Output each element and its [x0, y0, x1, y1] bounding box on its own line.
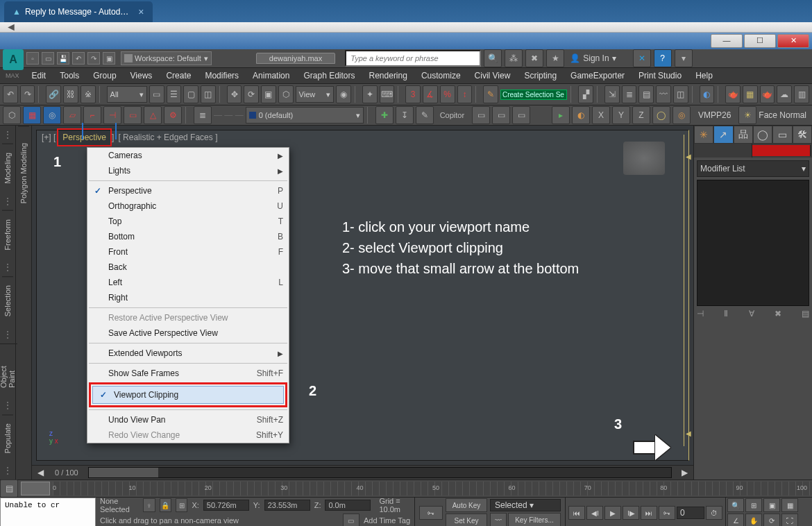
menu-game-exporter[interactable]: GameExporter: [564, 69, 632, 83]
maximize-button[interactable]: ☐: [744, 34, 776, 48]
axis-z-button[interactable]: Z: [632, 106, 650, 124]
ctx-right[interactable]: Right: [87, 290, 289, 305]
select-region-icon[interactable]: ▢: [183, 85, 198, 103]
texture-icon[interactable]: ◐: [572, 106, 590, 124]
snap-pivot-icon[interactable]: ◎: [43, 106, 61, 124]
viewport-plus-menu[interactable]: [+] [: [42, 133, 56, 142]
object-color-swatch[interactable]: [752, 145, 811, 156]
menu-scripting[interactable]: Scripting: [517, 69, 564, 83]
snap-vertex-icon[interactable]: ▱: [63, 106, 81, 124]
snap-edge-icon[interactable]: ▭: [124, 106, 142, 124]
menu-group[interactable]: Group: [86, 69, 123, 83]
menu-civil-view[interactable]: Civil View: [468, 69, 518, 83]
track-scrollbar[interactable]: [88, 467, 672, 478]
hierarchy-tab-icon[interactable]: 品: [734, 126, 753, 144]
schematic-view-icon[interactable]: ◫: [673, 85, 688, 103]
absolute-relative-icon[interactable]: ⊞: [176, 498, 187, 512]
drag-handle-icon[interactable]: ⋮: [3, 330, 12, 339]
select-layer-icon[interactable]: ↧: [396, 106, 414, 124]
maxscript-mini-listener[interactable]: Unable to cr: [0, 498, 96, 526]
make-unique-icon[interactable]: ∀: [749, 309, 754, 319]
render-setup-icon[interactable]: 🫖: [725, 85, 741, 103]
mirror-icon[interactable]: ▞: [578, 85, 593, 103]
sun-icon[interactable]: ☀: [738, 106, 756, 124]
layers-icon[interactable]: ≣: [622, 85, 637, 103]
maximize-viewport-icon[interactable]: ⛶: [781, 514, 798, 526]
ctx-perspective[interactable]: PerspectiveP: [87, 183, 289, 198]
render-gallery-icon[interactable]: ▥: [794, 85, 809, 103]
open-icon[interactable]: ▭: [42, 52, 54, 65]
drag-handle-icon[interactable]: ⋮: [3, 262, 12, 272]
angle-snap-icon[interactable]: ∡: [423, 85, 438, 103]
key-filter-selection-dropdown[interactable]: Selected ▾: [490, 499, 561, 511]
new-icon[interactable]: ▫: [26, 52, 39, 65]
modifier-list-dropdown[interactable]: Modifier List ▾: [697, 160, 809, 177]
zoom-extents-icon[interactable]: ▣: [763, 498, 780, 512]
axis-x-button[interactable]: X: [592, 106, 610, 124]
render-in-cloud-icon[interactable]: ☁: [777, 85, 792, 103]
pivot-icon[interactable]: ◉: [336, 85, 351, 103]
close-button[interactable]: ✕: [777, 34, 809, 48]
viewcube[interactable]: [623, 142, 665, 175]
pin-stack-icon[interactable]: ⊣: [697, 309, 704, 319]
menu-graph-editors[interactable]: Graph Editors: [296, 69, 362, 83]
fov-icon[interactable]: ∠: [727, 514, 744, 526]
z-coord-input[interactable]: 0.0m: [325, 500, 371, 511]
ctx-viewport-clipping[interactable]: Viewport Clipping: [92, 386, 284, 404]
ctx-lights[interactable]: Lights: [87, 163, 289, 178]
menu-views[interactable]: Views: [124, 69, 160, 83]
snap-endpoint-icon[interactable]: ⌐: [83, 106, 101, 124]
minimize-button[interactable]: —: [711, 34, 743, 48]
time-config-icon[interactable]: ⏱: [706, 506, 722, 520]
document-tab[interactable]: dewaniyah.max: [256, 53, 335, 64]
clip-far-handle[interactable]: [683, 153, 690, 158]
keyboard-shortcut-icon[interactable]: ⌨: [380, 85, 395, 103]
zoom-icon[interactable]: 🔍: [727, 498, 744, 512]
modify-tab-icon[interactable]: ↗: [713, 126, 733, 144]
set-key-toggle[interactable]: Set Key: [446, 514, 487, 526]
tab-object-paint[interactable]: Object Paint: [0, 343, 17, 396]
pan-icon[interactable]: ✋: [745, 514, 762, 526]
percent-snap-icon[interactable]: %: [440, 85, 455, 103]
menu-tools[interactable]: Tools: [53, 69, 86, 83]
y-coord-input[interactable]: 23.553m: [264, 500, 310, 511]
menu-animation[interactable]: Animation: [246, 69, 296, 83]
toggle-ribbon-icon[interactable]: ▤: [638, 85, 654, 103]
scrollbar-thumb[interactable]: [89, 468, 158, 477]
infocenter-search-input[interactable]: [345, 50, 481, 67]
circle-icon[interactable]: ◯: [652, 106, 670, 124]
clip-near-handle[interactable]: [683, 430, 690, 435]
menu-rendering[interactable]: Rendering: [362, 69, 414, 83]
material-editor-icon[interactable]: ◐: [700, 85, 715, 103]
favorite-icon[interactable]: ★: [546, 49, 564, 67]
viewport-shading-button[interactable]: [ Realistic + Edged Faces ]: [118, 133, 217, 142]
named-selection-set-input[interactable]: Create Selection Se: [500, 90, 567, 100]
snap-options-icon[interactable]: ⚙: [164, 106, 182, 124]
curve-editor-icon[interactable]: 〰: [656, 85, 671, 103]
help-button[interactable]: ?: [654, 49, 672, 67]
zoom-extents-all-icon[interactable]: ▦: [781, 498, 798, 512]
prev-frame-icon[interactable]: ◀Ⅰ: [586, 506, 603, 520]
time-tag-label[interactable]: Add Time Tag: [364, 516, 410, 525]
align-icon[interactable]: ⇲: [604, 85, 620, 103]
goto-start-icon[interactable]: ⏮: [568, 506, 585, 520]
undo-icon[interactable]: ↶: [3, 85, 18, 103]
ctx-undo-view[interactable]: Undo View PanShift+Z: [87, 412, 289, 427]
move-icon[interactable]: ✥: [227, 85, 242, 103]
menu-help[interactable]: Help: [688, 69, 720, 83]
lock-selection-icon[interactable]: 🔒: [160, 498, 171, 512]
back-icon[interactable]: ◄: [6, 21, 17, 33]
add-to-layer-icon[interactable]: ✚: [375, 106, 394, 124]
copitor-copy-icon[interactable]: ▭: [472, 106, 490, 124]
snap-midpoint-icon[interactable]: ⊣: [103, 106, 121, 124]
snap-grid-points-icon[interactable]: ▦: [23, 106, 41, 124]
scale-icon[interactable]: ▣: [261, 85, 276, 103]
key-filters-button[interactable]: Key Filters...: [508, 513, 561, 526]
utilities-tab-icon[interactable]: 🛠: [793, 126, 812, 144]
mini-curve-editor-icon[interactable]: ▤: [0, 480, 18, 498]
time-tag-icon[interactable]: ▭: [343, 514, 360, 526]
placement-icon[interactable]: ⬡: [278, 85, 294, 103]
drag-handle-icon[interactable]: ⋮: [3, 196, 12, 206]
menu-create[interactable]: Create: [159, 69, 198, 83]
axis-y-button[interactable]: Y: [612, 106, 630, 124]
